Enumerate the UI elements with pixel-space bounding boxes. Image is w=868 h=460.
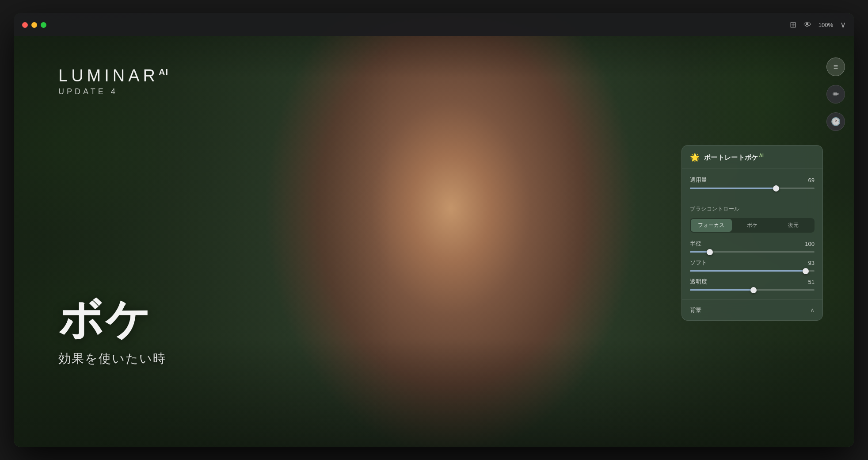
panel-title: ポートレートボケAI: [704, 153, 764, 162]
apply-slider-track[interactable]: [690, 188, 815, 189]
apply-slider-row: 適用量 69: [690, 176, 815, 184]
traffic-lights: [22, 22, 46, 28]
background-section[interactable]: 背景 ∧: [682, 300, 822, 320]
apply-label: 適用量: [690, 176, 707, 184]
maximize-button[interactable]: [41, 22, 46, 28]
soft-label: ソフト: [690, 259, 707, 267]
soft-slider-track[interactable]: [690, 270, 815, 272]
app-window: ⊞ 👁 100% ∨ LUMINARAI UPDATE 4 ボケ 効果を使いたい…: [14, 13, 854, 447]
radius-label: 半径: [690, 240, 701, 248]
brush-icon: ✏: [833, 89, 839, 99]
close-button[interactable]: [22, 22, 28, 28]
opacity-slider-track[interactable]: [690, 289, 815, 291]
soft-value: 93: [802, 260, 815, 266]
soft-slider-row: ソフト 93: [690, 259, 815, 267]
history-toolbar-button[interactable]: 🕐: [826, 112, 845, 131]
opacity-slider-fill: [690, 289, 754, 291]
apply-section: 適用量 69: [682, 169, 822, 198]
soft-slider-thumb[interactable]: [803, 268, 809, 274]
radius-slider-thumb[interactable]: [707, 249, 713, 255]
main-title-area: ボケ 効果を使いたい時: [58, 295, 166, 367]
zoom-dropdown-icon[interactable]: ∨: [840, 20, 846, 30]
minimize-button[interactable]: [31, 22, 37, 28]
brush-tab-bokeh[interactable]: ボケ: [732, 219, 773, 232]
panel-header: 🌟 ポートレートボケAI: [682, 146, 822, 169]
title-bar: ⊞ 👁 100% ∨: [14, 13, 854, 36]
radius-value: 100: [802, 241, 815, 247]
brush-control-label: ブラシコントロール: [690, 205, 815, 213]
radius-slider-row: 半径 100: [690, 240, 815, 248]
logo-update: UPDATE 4: [58, 87, 168, 96]
background-chevron-icon[interactable]: ∧: [810, 307, 815, 314]
eye-icon[interactable]: 👁: [803, 20, 811, 30]
background-label: 背景: [690, 306, 701, 314]
opacity-label: 透明度: [690, 278, 707, 286]
portrait-bokeh-panel: 🌟 ポートレートボケAI 適用量 69 ブラシコントロール: [681, 145, 823, 321]
view-toggle-icon[interactable]: ⊞: [790, 20, 796, 30]
title-bar-controls: ⊞ 👁 100% ∨: [790, 20, 846, 30]
apply-slider-fill: [690, 188, 776, 189]
panel-body: 適用量 69 ブラシコントロール フォーカス ボケ: [682, 169, 822, 320]
brush-tab-focus[interactable]: フォーカス: [691, 219, 732, 232]
logo-luminar: LUMINARAI: [58, 66, 168, 85]
soft-slider-fill: [690, 270, 806, 272]
opacity-value: 51: [802, 279, 815, 285]
brush-tab-restore[interactable]: 復元: [773, 219, 814, 232]
main-subtitle: 効果を使いたい時: [58, 350, 166, 367]
brush-control-section: ブラシコントロール フォーカス ボケ 復元 半径 100: [682, 198, 822, 300]
brush-toolbar-button[interactable]: ✏: [826, 85, 845, 104]
sliders-toolbar-button[interactable]: ≡: [826, 58, 845, 76]
sliders-icon: ≡: [834, 62, 838, 72]
opacity-slider-row: 透明度 51: [690, 278, 815, 286]
apply-slider-thumb[interactable]: [773, 185, 779, 192]
right-toolbar: ≡ ✏ 🕐: [826, 58, 845, 131]
logo-area: LUMINARAI UPDATE 4: [58, 66, 168, 96]
panel-icon: 🌟: [690, 153, 700, 162]
radius-slider-track[interactable]: [690, 251, 815, 253]
brush-tabs: フォーカス ボケ 復元: [690, 218, 815, 233]
main-title: ボケ: [58, 295, 166, 343]
history-icon: 🕐: [831, 117, 841, 126]
opacity-slider-thumb[interactable]: [750, 287, 757, 293]
zoom-level[interactable]: 100%: [819, 22, 833, 28]
apply-value: 69: [802, 177, 815, 184]
